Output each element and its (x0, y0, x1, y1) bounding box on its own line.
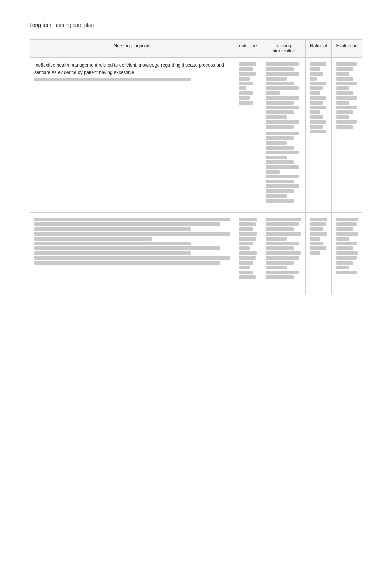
outcome-cell (234, 58, 261, 213)
table-row: Ineffective health management related to… (30, 58, 362, 213)
evaluation-cell (331, 58, 362, 213)
col-header-diagnosis: Nursing diagnosis (30, 40, 234, 58)
outcome-cell-2 (234, 213, 261, 294)
care-plan-table: Nursing diagnosis outcome Nursing interv… (30, 39, 362, 294)
rational-cell-2 (305, 213, 331, 294)
evaluation-blurred-2 (336, 218, 358, 274)
table-row (30, 213, 362, 294)
intervention-blurred-3 (266, 218, 300, 279)
rational-cell (305, 58, 331, 213)
rational-blurred (310, 62, 327, 133)
intervention-blurred-1 (266, 62, 300, 129)
page-title: Long term nursing care plan (30, 22, 362, 28)
col-header-evaluation: Evaluation (331, 40, 362, 58)
diagnosis-blurred-2 (34, 218, 230, 265)
evaluation-cell-2 (331, 213, 362, 294)
rational-blurred-2 (310, 218, 327, 255)
diagnosis-text: Ineffective health management related to… (34, 61, 230, 76)
col-header-outcome: outcome (234, 40, 261, 58)
table-header-row: Nursing diagnosis outcome Nursing interv… (30, 40, 362, 58)
diagnosis-cell: Ineffective health management related to… (30, 58, 234, 213)
col-header-intervention: Nursing intervention (261, 40, 305, 58)
diagnosis-blurred (34, 78, 230, 81)
outcome-blurred (239, 62, 257, 105)
col-header-rational: Rational (305, 40, 331, 58)
intervention-blurred-2 (266, 132, 300, 203)
diagnosis-cell-2 (30, 213, 234, 294)
intervention-cell-2 (261, 213, 305, 294)
outcome-blurred-2 (239, 218, 257, 279)
intervention-cell (261, 58, 305, 213)
evaluation-blurred (336, 62, 358, 129)
